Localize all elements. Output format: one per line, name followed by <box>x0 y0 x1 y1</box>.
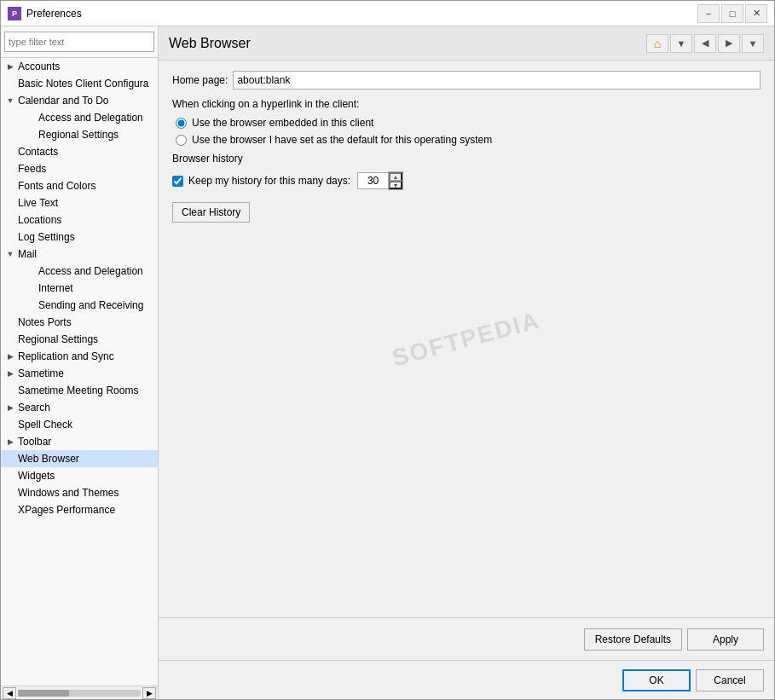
sidebar-label-log: Log Settings <box>18 231 75 243</box>
sidebar-label-web-browser: Web Browser <box>18 453 79 465</box>
sidebar-label-locations: Locations <box>18 214 61 226</box>
sidebar-item-sametime[interactable]: Sametime <box>1 365 158 382</box>
sidebar-label-sending: Sending and Receiving <box>38 299 143 311</box>
sidebar-item-internet[interactable]: Internet <box>1 280 158 297</box>
sidebar-item-search[interactable]: Search <box>1 399 158 416</box>
minimize-button[interactable]: − <box>697 4 720 23</box>
history-days-spinner: ▲ ▼ <box>357 171 403 190</box>
ok-cancel-bar: OK Cancel <box>159 660 774 699</box>
radio-label-embedded[interactable]: Use the browser embedded in this client <box>192 117 373 129</box>
spinner-up-btn[interactable]: ▲ <box>389 172 402 181</box>
sidebar-label-fonts: Fonts and Colors <box>18 180 95 192</box>
window-controls: − □ ✕ <box>697 4 767 23</box>
svg-text:P: P <box>12 9 17 18</box>
toolbar-dropdown-btn[interactable]: ▼ <box>670 34 692 53</box>
sidebar-item-windows-themes[interactable]: Windows and Themes <box>1 484 158 501</box>
sidebar-label-replication: Replication and Sync <box>18 350 114 362</box>
content-right: Web Browser ⌂ ▼ ◀ ▶ ▼ SOFTPEDIA Home pag… <box>159 26 774 699</box>
sidebar-label-widgets: Widgets <box>18 470 55 482</box>
arrow-accounts <box>4 61 16 72</box>
spinner-down-btn[interactable]: ▼ <box>389 181 402 189</box>
radio-item-default: Use the browser I have set as the defaul… <box>176 134 761 146</box>
scrollbar-thumb <box>18 690 69 697</box>
home-page-label: Home page: <box>172 74 228 86</box>
sidebar-item-spell-check[interactable]: Spell Check <box>1 416 158 433</box>
content-header: Web Browser ⌂ ▼ ◀ ▶ ▼ <box>159 26 774 61</box>
scroll-left-btn[interactable]: ◀ <box>3 687 16 699</box>
title-bar: P Preferences − □ ✕ <box>1 1 774 26</box>
arrow-toolbar <box>4 436 16 448</box>
toolbar-menu-btn[interactable]: ▼ <box>742 34 764 53</box>
toolbar-back-btn[interactable]: ◀ <box>694 34 716 53</box>
history-days-input[interactable] <box>357 172 388 189</box>
keep-history-label[interactable]: Keep my history for this many days: <box>188 175 350 187</box>
sidebar-label-toolbar: Toolbar <box>18 436 51 448</box>
spinner-buttons: ▲ ▼ <box>388 171 403 190</box>
home-page-input[interactable] <box>233 71 761 90</box>
sidebar-item-toolbar[interactable]: Toolbar <box>1 433 158 450</box>
home-page-row: Home page: <box>172 71 761 90</box>
header-toolbar: ⌂ ▼ ◀ ▶ ▼ <box>646 34 764 53</box>
window-title: Preferences <box>26 8 697 20</box>
sidebar-item-calendar[interactable]: Calendar and To Do <box>1 92 158 109</box>
browser-history-label: Browser history <box>172 153 761 165</box>
close-button[interactable]: ✕ <box>745 4 767 23</box>
scroll-right-btn[interactable]: ▶ <box>142 687 156 699</box>
sidebar-item-fonts-colors[interactable]: Fonts and Colors <box>1 177 158 194</box>
sidebar-label-mail: Mail <box>18 248 37 260</box>
sidebar-item-accounts[interactable]: Accounts <box>1 58 158 75</box>
sidebar-label-sametime: Sametime <box>18 367 64 379</box>
sidebar-label-regional: Regional Settings <box>18 333 98 345</box>
maximize-button[interactable]: □ <box>721 4 743 23</box>
toolbar-forward-btn[interactable]: ▶ <box>718 34 740 53</box>
preferences-window: P Preferences − □ ✕ Accounts <box>0 0 775 700</box>
sidebar-label-sametime-meeting: Sametime Meeting Rooms <box>18 385 138 396</box>
radio-embedded[interactable] <box>176 118 187 129</box>
sidebar-label-accounts: Accounts <box>18 61 60 72</box>
sidebar-item-access-mail[interactable]: Access and Delegation <box>1 263 158 280</box>
sidebar-item-contacts[interactable]: Contacts <box>1 143 158 160</box>
sidebar-item-log-settings[interactable]: Log Settings <box>1 229 158 246</box>
sidebar-item-widgets[interactable]: Widgets <box>1 467 158 484</box>
sidebar-label-regional-cal: Regional Settings <box>38 129 119 141</box>
sidebar-item-locations[interactable]: Locations <box>1 211 158 229</box>
radio-default[interactable] <box>176 135 187 146</box>
sidebar-item-replication[interactable]: Replication and Sync <box>1 348 158 365</box>
sidebar-item-live-text[interactable]: Live Text <box>1 194 158 211</box>
sidebar-item-xpages[interactable]: XPages Performance <box>1 501 158 518</box>
sidebar-item-sending[interactable]: Sending and Receiving <box>1 297 158 314</box>
filter-wrap <box>1 26 158 58</box>
sidebar-label-xpages: XPages Performance <box>18 504 115 516</box>
sidebar-label-live-text: Live Text <box>18 197 58 209</box>
sidebar-hscrollbar[interactable]: ◀ ▶ <box>1 686 158 699</box>
sidebar-label-feeds: Feeds <box>18 163 46 175</box>
sidebar-item-notes-ports[interactable]: Notes Ports <box>1 314 158 331</box>
arrow-sametime <box>4 367 16 379</box>
content-title: Web Browser <box>169 36 251 51</box>
arrow-search <box>4 402 16 414</box>
sidebar-item-web-browser[interactable]: Web Browser <box>1 450 158 467</box>
sidebar-item-sametime-meeting[interactable]: Sametime Meeting Rooms <box>1 382 158 399</box>
sidebar-item-mail[interactable]: Mail <box>1 246 158 263</box>
arrow-mail <box>4 248 16 260</box>
sidebar-label-access-del-cal: Access and Delegation <box>38 112 143 124</box>
keep-history-checkbox[interactable] <box>172 176 183 187</box>
window-icon: P <box>8 7 21 20</box>
restore-defaults-button[interactable]: Restore Defaults <box>584 628 682 651</box>
toolbar-home-btn[interactable]: ⌂ <box>646 34 668 53</box>
sidebar-item-regional[interactable]: Regional Settings <box>1 331 158 348</box>
cancel-button[interactable]: Cancel <box>696 669 764 691</box>
sidebar-label-notes-ports: Notes Ports <box>18 316 72 328</box>
sidebar-item-access-delegation-cal[interactable]: Access and Delegation <box>1 109 158 126</box>
apply-button[interactable]: Apply <box>687 628 764 651</box>
sidebar-item-regional-cal[interactable]: Regional Settings <box>1 126 158 143</box>
radio-label-default[interactable]: Use the browser I have set as the defaul… <box>192 134 492 146</box>
ok-button[interactable]: OK <box>622 669 691 691</box>
filter-input[interactable] <box>4 32 154 52</box>
main-content: Accounts Basic Notes Client Configura Ca… <box>1 26 774 699</box>
sidebar-item-feeds[interactable]: Feeds <box>1 160 158 177</box>
sidebar-item-basic-notes[interactable]: Basic Notes Client Configura <box>1 75 158 92</box>
clear-history-button[interactable]: Clear History <box>172 202 250 223</box>
sidebar-label-basic-notes: Basic Notes Client Configura <box>18 78 148 90</box>
sidebar-label-search: Search <box>18 402 50 414</box>
